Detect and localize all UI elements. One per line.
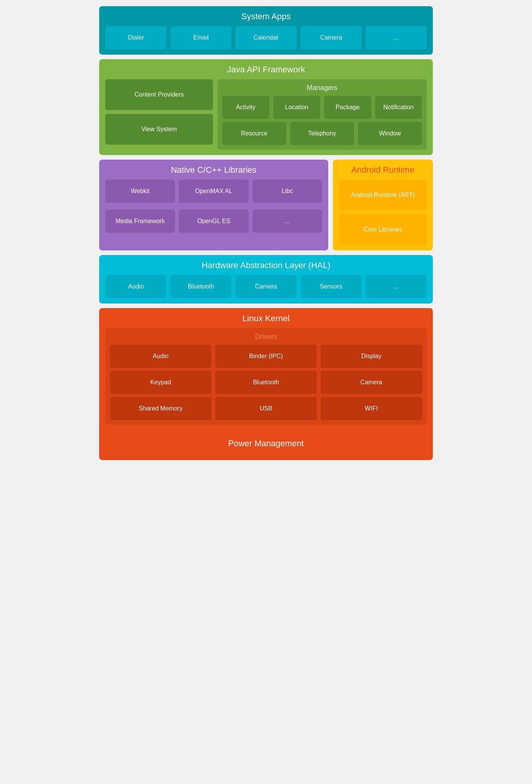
native-runtime-row: Native C/C++ Libraries Webkit OpenMAX AL… <box>99 160 433 250</box>
power-management-title: Power Management <box>111 439 421 449</box>
tile-driver-binder: Binder (IPC) <box>215 345 317 368</box>
tile-camera: Camera <box>301 26 362 49</box>
tile-webkit: Webkit <box>105 180 175 203</box>
drivers-row3: Shared Memory USB WIFI <box>110 397 422 420</box>
tile-content-providers: Content Providers <box>105 79 213 110</box>
tile-package: Package <box>324 96 371 119</box>
tile-hal-more: ... <box>366 275 427 298</box>
tile-libc: Libc <box>253 180 322 203</box>
tile-hal-audio: Audio <box>105 275 166 298</box>
java-api-layer: Java API Framework Content Providers Vie… <box>99 59 433 155</box>
tile-driver-usb: USB <box>215 397 317 420</box>
managers-row1: Activity Location Package Notification <box>222 96 422 119</box>
native-row1: Webkit OpenMAX AL Libc <box>105 180 322 203</box>
drivers-title: Drivers <box>110 333 422 341</box>
tile-openmax: OpenMAX AL <box>179 180 248 203</box>
tile-driver-audio: Audio <box>110 345 211 368</box>
tile-hal-sensors: Sensors <box>301 275 362 298</box>
tile-notification: Notification <box>375 96 422 119</box>
tile-activity: Activity <box>222 96 269 119</box>
native-grid: Webkit OpenMAX AL Libc Media Framework O… <box>105 180 322 233</box>
java-api-managers: Managers Activity Location Package Notif… <box>218 79 427 150</box>
tile-dialer: Dialer <box>105 26 166 49</box>
tile-driver-shared-memory: Shared Memory <box>110 397 211 420</box>
linux-kernel-title: Linux Kernel <box>105 314 427 324</box>
tile-driver-wifi: WIFI <box>321 397 422 420</box>
tile-art: Android Runtime (ART) <box>339 180 427 210</box>
drivers-row1: Audio Binder (IPC) Display <box>110 345 422 368</box>
system-apps-tiles: Dialer Email Calendar Camera ... <box>105 26 427 49</box>
tile-more: ... <box>366 26 427 49</box>
system-apps-layer: System Apps Dialer Email Calendar Camera… <box>99 6 433 55</box>
managers-title: Managers <box>222 84 422 92</box>
tile-driver-display: Display <box>321 345 422 368</box>
tile-window: Window <box>358 122 422 145</box>
tile-view-system: View System <box>105 114 213 145</box>
native-layer: Native C/C++ Libraries Webkit OpenMAX AL… <box>99 160 328 250</box>
hal-layer: Hardware Abstraction Layer (HAL) Audio B… <box>99 255 433 304</box>
java-api-title: Java API Framework <box>105 65 427 75</box>
power-management-section: Power Management <box>105 432 427 455</box>
java-api-content: Content Providers View System Managers A… <box>105 79 427 150</box>
tile-native-more: ... <box>253 210 322 233</box>
tile-driver-bluetooth: Bluetooth <box>215 371 317 394</box>
android-architecture-diagram: System Apps Dialer Email Calendar Camera… <box>93 0 439 466</box>
tile-hal-camera: Camera <box>235 275 296 298</box>
tile-resource: Resource <box>222 122 286 145</box>
java-api-left: Content Providers View System <box>105 79 213 150</box>
android-runtime-tiles: Android Runtime (ART) Core Libraries <box>339 180 427 245</box>
tile-location: Location <box>273 96 321 119</box>
managers-row2: Resource Telephony Window <box>222 122 422 145</box>
tile-opengl: OpenGL ES <box>179 210 248 233</box>
android-runtime-layer: Android Runtime Android Runtime (ART) Co… <box>333 160 433 250</box>
native-row2: Media Framework OpenGL ES ... <box>105 210 322 233</box>
tile-email: Email <box>170 26 231 49</box>
tile-driver-camera: Camera <box>321 371 422 394</box>
drivers-row2: Keypad Bluetooth Camera <box>110 371 422 394</box>
drivers-section: Drivers Audio Binder (IPC) Display Keypa… <box>105 328 427 425</box>
tile-calendar: Calendar <box>235 26 296 49</box>
tile-telephony: Telephony <box>290 122 354 145</box>
tile-core-libraries: Core Libraries <box>339 214 427 245</box>
hal-tiles: Audio Bluetooth Camera Sensors ... <box>105 275 427 298</box>
android-runtime-title: Android Runtime <box>339 165 427 175</box>
tile-driver-keypad: Keypad <box>110 371 211 394</box>
native-title: Native C/C++ Libraries <box>105 165 322 175</box>
tile-media-framework: Media Framework <box>105 210 175 233</box>
hal-title: Hardware Abstraction Layer (HAL) <box>105 260 427 270</box>
system-apps-title: System Apps <box>105 12 427 22</box>
linux-kernel-layer: Linux Kernel Drivers Audio Binder (IPC) … <box>99 308 433 460</box>
tile-hal-bluetooth: Bluetooth <box>170 275 231 298</box>
